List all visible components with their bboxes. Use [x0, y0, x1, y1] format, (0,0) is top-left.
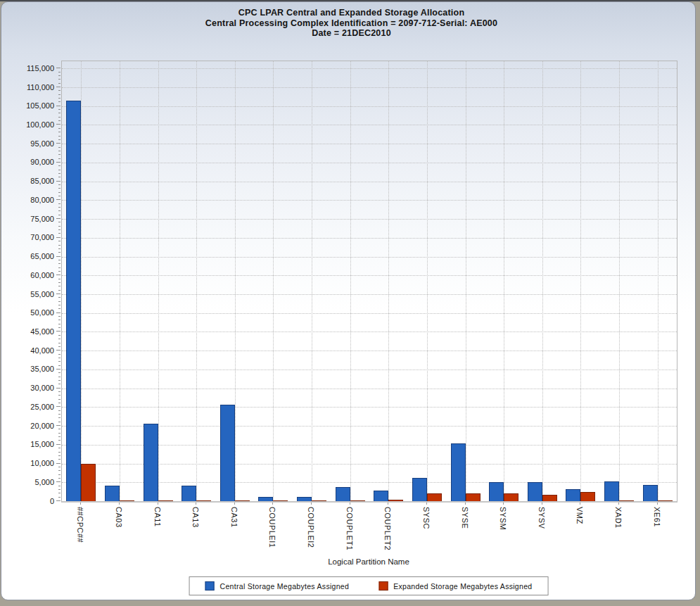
y-tick-label: 0 — [5, 497, 54, 505]
y-minor-tick — [58, 184, 61, 185]
y-tick-label: 90,000 — [5, 158, 54, 166]
y-minor-tick — [58, 448, 61, 448]
y-tick-label: 85,000 — [5, 177, 54, 185]
y-major-tick — [56, 500, 61, 501]
y-gridline — [62, 68, 677, 69]
y-gridline — [62, 407, 677, 408]
x-tick-label: VMZ — [575, 507, 584, 524]
y-minor-tick — [58, 478, 61, 479]
y-tick-label: 20,000 — [5, 422, 54, 430]
x-gridline — [273, 61, 274, 501]
y-minor-tick — [58, 132, 61, 132]
legend-label-expanded: Expanded Storage Megabytes Assigned — [393, 582, 532, 591]
y-minor-tick — [58, 384, 61, 384]
y-minor-tick — [58, 365, 61, 366]
y-minor-tick — [58, 414, 61, 415]
y-gridline — [62, 200, 677, 201]
y-gridline — [62, 219, 677, 220]
y-gridline — [62, 182, 677, 182]
y-minor-tick — [58, 455, 61, 456]
y-gridline — [62, 257, 677, 258]
bar-central-COUPLEI1 — [258, 497, 273, 501]
bar-expanded-CA31 — [235, 500, 250, 501]
central-storage-swatch — [205, 581, 215, 591]
x-tick-label: XAD1 — [614, 507, 623, 529]
bar-expanded-COUPLET1 — [350, 500, 365, 501]
x-gridline — [504, 61, 504, 501]
y-major-tick — [56, 218, 61, 219]
x-tick-label: COUPLEI2 — [307, 507, 315, 548]
y-minor-tick — [58, 327, 61, 328]
bar-expanded-XE61 — [658, 500, 673, 501]
bar-central-XAD1 — [604, 481, 619, 501]
y-gridline — [62, 275, 677, 276]
chart-subtitle-date: Date = 21DEC2010 — [1, 28, 700, 39]
x-tick-label: CA13 — [191, 507, 200, 528]
y-minor-tick — [58, 433, 61, 434]
y-minor-tick — [58, 346, 61, 347]
bar-expanded-SYSM — [504, 493, 518, 501]
y-tick-label: 25,000 — [5, 403, 54, 411]
legend-label-central: Central Storage Megabytes Assigned — [220, 582, 350, 591]
y-tick-label: 10,000 — [5, 459, 54, 467]
y-gridline — [62, 294, 677, 295]
y-tick-label: 105,000 — [5, 101, 54, 110]
bar-expanded-SYSE — [466, 493, 481, 501]
y-gridline — [62, 163, 677, 163]
y-minor-tick — [58, 196, 61, 196]
y-minor-tick — [58, 305, 61, 305]
y-minor-tick — [58, 399, 61, 400]
bar-central-SYSC — [412, 478, 427, 501]
y-minor-tick — [58, 403, 61, 403]
x-tick-label: SYSC — [422, 507, 431, 529]
y-minor-tick — [58, 422, 61, 422]
y-major-tick — [56, 106, 61, 106]
y-major-tick — [56, 481, 61, 482]
y-gridline — [62, 313, 677, 314]
bar-central-SYSE — [451, 443, 466, 501]
y-major-tick — [56, 162, 61, 163]
x-tick-label: XE61 — [653, 507, 661, 527]
chart-title: CPC LPAR Central and Expanded Storage Al… — [1, 8, 700, 18]
y-major-tick — [56, 463, 61, 464]
y-gridline — [62, 87, 677, 88]
x-axis-title: Logical Partition Name — [61, 557, 676, 566]
y-major-tick — [56, 350, 61, 351]
y-minor-tick — [58, 324, 61, 324]
x-gridline — [542, 61, 543, 501]
x-tick-label: SYSM — [499, 507, 507, 530]
y-tick-label: 55,000 — [5, 290, 54, 298]
y-minor-tick — [58, 151, 61, 151]
y-tick-label: 60,000 — [5, 271, 54, 279]
y-tick-label: 50,000 — [5, 308, 54, 317]
y-minor-tick — [58, 459, 61, 460]
y-minor-tick — [58, 233, 61, 234]
bar-central-COUPLET1 — [336, 487, 350, 501]
y-major-tick — [56, 274, 61, 275]
y-major-tick — [56, 406, 61, 407]
bar-central-CA11 — [144, 424, 158, 501]
y-minor-tick — [58, 391, 61, 392]
y-minor-tick — [58, 165, 61, 166]
y-minor-tick — [58, 343, 61, 343]
y-tick-label: 35,000 — [5, 365, 54, 373]
y-major-tick — [56, 181, 61, 182]
y-tick-label: 15,000 — [5, 440, 54, 448]
y-minor-tick — [58, 377, 61, 377]
y-minor-tick — [58, 75, 61, 76]
bar-expanded-COUPLET2 — [388, 500, 403, 501]
bar-expanded-CA11 — [158, 500, 173, 501]
y-minor-tick — [58, 372, 61, 373]
legend-item-expanded: Expanded Storage Megabytes Assigned — [378, 581, 532, 591]
y-gridline — [62, 370, 677, 370]
x-gridline — [81, 61, 82, 501]
y-minor-tick — [58, 339, 61, 339]
y-minor-tick — [58, 380, 61, 381]
bar-central-SYSV — [528, 482, 542, 501]
bar-expanded-CA13 — [196, 500, 211, 501]
x-gridline — [158, 61, 159, 501]
y-minor-tick — [58, 177, 61, 177]
y-minor-tick — [58, 98, 61, 99]
y-minor-tick — [58, 210, 61, 211]
bar-expanded-COUPLEI1 — [273, 500, 288, 501]
